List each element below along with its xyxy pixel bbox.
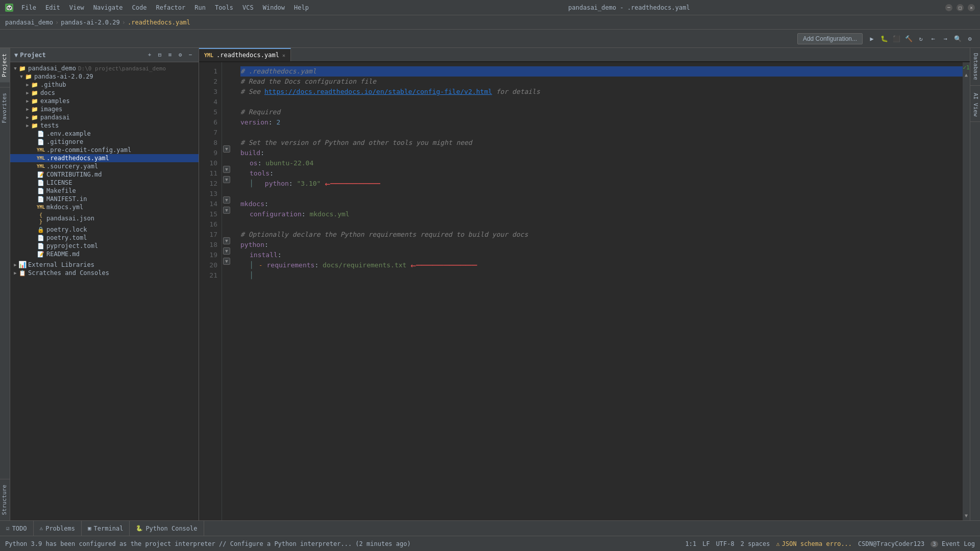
fold-marker-9[interactable]: ▼ — [223, 145, 230, 153]
menu-window[interactable]: Window — [259, 3, 289, 12]
tree-pandasai-json[interactable]: { } pandasai.json — [10, 211, 199, 226]
collapse-all-icon[interactable]: ⊟ — [156, 51, 164, 59]
back-button[interactable]: ← — [928, 34, 938, 44]
tree-contributing[interactable]: 📝 CONTRIBUTING.md — [10, 170, 199, 179]
tree-pyproject[interactable]: 📄 pyproject.toml — [10, 242, 199, 250]
breadcrumb-sep2: › — [122, 19, 126, 26]
line-ending[interactable]: LF — [702, 540, 709, 547]
code-line-17: # Optionally declare the Python requirem… — [240, 230, 963, 240]
menu-view[interactable]: View — [65, 3, 88, 12]
breadcrumb-folder[interactable]: pandas-ai-2.0.29 — [61, 19, 120, 26]
tree-makefile[interactable]: 📄 Makefile — [10, 187, 199, 195]
close-button[interactable]: ✕ — [968, 4, 975, 11]
tree-pandasai[interactable]: ▶ 📁 pandasai — [10, 113, 199, 121]
tree-examples[interactable]: ▶ 📁 examples — [10, 97, 199, 105]
tree-readme[interactable]: 📝 README.md — [10, 250, 199, 258]
close-panel-icon[interactable]: − — [186, 51, 194, 59]
bottom-tab-todo[interactable]: ☑ TODO — [0, 521, 34, 536]
file-tree: ▼ 📁 pandasai_demo D:\0 project\pandasai_… — [10, 62, 199, 520]
tree-poetry-lock[interactable]: 🔒 poetry.lock — [10, 226, 199, 234]
stop-button[interactable]: ⬛ — [891, 34, 901, 44]
indent[interactable]: 2 spaces — [741, 540, 770, 547]
scroll-up-arrow[interactable]: ▲ — [965, 72, 968, 78]
code-line-7 — [240, 128, 963, 138]
breadcrumb-root[interactable]: pandasai_demo — [5, 19, 53, 26]
tree-github[interactable]: ▶ 📁 .github — [10, 81, 199, 89]
search-button[interactable]: 🔍 — [952, 34, 963, 44]
encoding[interactable]: UTF-8 — [716, 540, 734, 547]
forward-button[interactable]: → — [940, 34, 950, 44]
fold-marker-15[interactable]: ▼ — [223, 207, 230, 214]
editor-tab-readthedocs[interactable]: YML .readthedocs.yaml ✕ — [199, 48, 291, 61]
menu-navigate[interactable]: Navigate — [89, 3, 127, 12]
checkmark-badge: ✓1 — [963, 64, 969, 71]
menu-file[interactable]: File — [17, 3, 40, 12]
event-log[interactable]: 3 Event Log — [930, 540, 975, 547]
code-line-9: build: — [240, 148, 963, 158]
show-options-icon[interactable]: ≡ — [166, 51, 174, 59]
menu-code[interactable]: Code — [128, 3, 151, 12]
sidebar-tab-favorites[interactable]: Favorites — [0, 87, 10, 129]
scroll-down-arrow[interactable]: ▼ — [965, 513, 968, 518]
tree-external-libraries[interactable]: ▶ 📊 External Libraries — [10, 260, 199, 269]
fold-marker-12[interactable]: ▼ — [223, 176, 230, 183]
tree-root[interactable]: ▼ 📁 pandasai_demo D:\0 project\pandasai_… — [10, 64, 199, 72]
tree-mkdocs[interactable]: YML mkdocs.yml — [10, 203, 199, 211]
fold-marker-11[interactable]: ▼ — [223, 166, 230, 173]
tree-tests[interactable]: ▶ 📁 tests — [10, 121, 199, 130]
breadcrumb-sep1: › — [55, 19, 59, 26]
tree-readthedocs[interactable]: YML .readthedocs.yaml — [10, 154, 199, 162]
breadcrumb-file[interactable]: .readthedocs.yaml — [128, 19, 190, 26]
refresh-button[interactable]: ↻ — [916, 34, 926, 44]
code-line-12: │ python: "3.10" ←───────── — [240, 179, 963, 189]
code-line-20: │ - requirements: docs/requirements.txt … — [240, 260, 963, 270]
settings-button[interactable]: ⚙ — [965, 34, 975, 44]
tree-env-example[interactable]: 📄 .env.example — [10, 130, 199, 138]
window-title: pandasai_demo - .readthedocs.yaml — [568, 4, 690, 11]
menu-refactor[interactable]: Refactor — [152, 3, 189, 12]
python-console-icon: 🐍 — [136, 525, 143, 532]
tab-close-button[interactable]: ✕ — [282, 53, 285, 58]
code-editor[interactable]: # .readthedocs.yaml # Read the Docs conf… — [232, 62, 963, 520]
cursor-position[interactable]: 1:1 — [685, 540, 696, 547]
right-tab-database[interactable]: Database — [970, 48, 980, 86]
fold-marker-14[interactable]: ▼ — [223, 196, 230, 204]
debug-button[interactable]: 🐛 — [879, 34, 889, 44]
tree-pandas-ai[interactable]: ▼ 📁 pandas-ai-2.0.29 — [10, 72, 199, 81]
add-configuration-button[interactable]: Add Configuration... — [797, 33, 863, 44]
tree-manifest[interactable]: 📄 MANIFEST.in — [10, 195, 199, 203]
tree-sourcery[interactable]: YML .sourcery.yaml — [10, 162, 199, 170]
new-file-icon[interactable]: + — [145, 51, 154, 59]
tree-license[interactable]: 📄 LICENSE — [10, 179, 199, 187]
right-panel-tabs: Database AI View — [970, 48, 980, 520]
fold-marker-19[interactable]: ▼ — [223, 247, 230, 255]
tree-docs[interactable]: ▶ 📁 docs — [10, 89, 199, 97]
tree-poetry-toml[interactable]: 📄 poetry.toml — [10, 234, 199, 242]
menu-edit[interactable]: Edit — [41, 3, 64, 12]
fold-marker-18[interactable]: ▼ — [223, 237, 230, 244]
tree-gitignore[interactable]: 📄 .gitignore — [10, 138, 199, 146]
warning-badge[interactable]: ⚠ JSON schema erro... — [776, 540, 852, 547]
app-icon: 🐼 — [5, 4, 13, 12]
menu-run[interactable]: Run — [190, 3, 210, 12]
settings-icon[interactable]: ⚙ — [176, 51, 184, 59]
menu-vcs[interactable]: VCS — [238, 3, 258, 12]
bottom-tab-problems[interactable]: ⚠ Problems — [34, 521, 82, 536]
run-button[interactable]: ▶ — [867, 34, 877, 44]
sidebar-tab-structure[interactable]: Structure — [0, 479, 10, 520]
bottom-tab-terminal[interactable]: ▣ Terminal — [82, 521, 130, 536]
minimize-button[interactable]: ─ — [945, 4, 952, 11]
build-button[interactable]: 🔨 — [903, 34, 914, 44]
sidebar-tab-project[interactable]: Project — [0, 48, 10, 82]
tree-pre-commit[interactable]: YML .pre-commit-config.yaml — [10, 146, 199, 154]
tree-scratches[interactable]: ▶ 📋 Scratches and Consoles — [10, 269, 199, 277]
code-line-1: # .readthedocs.yaml — [240, 66, 963, 77]
menu-help[interactable]: Help — [290, 3, 313, 12]
menu-tools[interactable]: Tools — [211, 3, 237, 12]
maximize-button[interactable]: □ — [957, 4, 964, 11]
bottom-panel: ☑ TODO ⚠ Problems ▣ Terminal 🐍 Python Co… — [0, 520, 980, 536]
right-tab-aiview[interactable]: AI View — [970, 88, 980, 122]
tree-images[interactable]: ▶ 📁 images — [10, 105, 199, 113]
bottom-tab-python-console[interactable]: 🐍 Python Console — [130, 521, 204, 536]
fold-marker-20[interactable]: ▼ — [223, 258, 230, 265]
